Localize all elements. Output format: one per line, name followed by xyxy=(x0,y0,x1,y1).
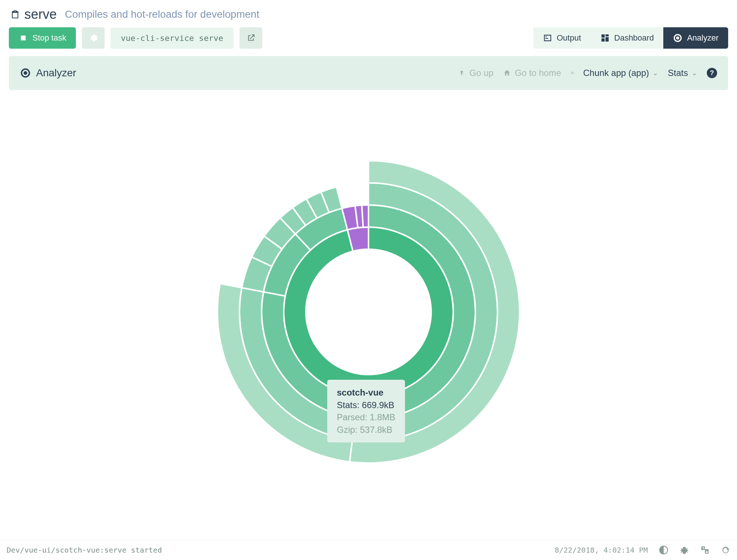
home-icon xyxy=(503,69,511,77)
tooltip-parsed: Parsed: 1.8MB xyxy=(337,411,395,424)
status-bar: Dev/vue-ui/scotch-vue:serve started 8/22… xyxy=(0,540,737,560)
analyzer-nav: Go up Go to home Chunk app (app) ⌄ Stats… xyxy=(458,68,717,78)
svg-rect-0 xyxy=(21,36,26,41)
metric-select[interactable]: Stats ⌄ xyxy=(668,68,697,78)
arrow-up-icon xyxy=(458,69,466,77)
analyzer-subbar: Analyzer Go up Go to home Chunk app (app… xyxy=(9,56,728,90)
chevron-down-icon: ⌄ xyxy=(692,69,697,77)
status-message: Dev/vue-ui/scotch-vue:serve started xyxy=(7,546,162,554)
task-settings-button[interactable] xyxy=(82,27,105,49)
command-text: vue-cli-service serve xyxy=(111,28,234,49)
metric-select-label: Stats xyxy=(668,68,688,78)
chunk-select-label: Chunk app (app) xyxy=(583,68,649,78)
tooltip-stats: Stats: 669.9kB xyxy=(337,399,395,411)
open-external-button[interactable] xyxy=(240,27,262,49)
status-timestamp: 8/22/2018, 4:02:14 PM xyxy=(555,546,648,554)
task-name: serve xyxy=(24,7,57,22)
stop-task-label: Stop task xyxy=(32,33,66,43)
view-tabs: Output Dashboard Analyzer xyxy=(533,27,728,49)
stop-icon xyxy=(18,33,28,43)
analyzer-icon xyxy=(673,33,682,43)
subbar-title: Analyzer xyxy=(36,67,76,79)
chevron-down-icon: ⌄ xyxy=(653,69,658,77)
tab-analyzer[interactable]: Analyzer xyxy=(663,27,728,49)
bug-icon[interactable] xyxy=(680,545,689,555)
task-toolbar: Stop task vue-cli-service serve Output D… xyxy=(0,27,737,56)
go-up-label: Go up xyxy=(469,68,493,78)
contrast-icon[interactable] xyxy=(659,545,668,555)
tab-dashboard-label: Dashboard xyxy=(614,33,654,43)
nav-separator xyxy=(571,72,574,74)
open-external-icon xyxy=(246,33,256,43)
gear-icon xyxy=(88,33,98,43)
tooltip-name: scotch-vue xyxy=(337,386,395,399)
help-button[interactable]: ? xyxy=(707,68,717,78)
stop-task-button[interactable]: Stop task xyxy=(9,27,76,49)
go-home-button[interactable]: Go to home xyxy=(503,68,561,78)
go-home-label: Go to home xyxy=(515,68,561,78)
dashboard-icon xyxy=(600,33,610,43)
tooltip-gzip: Gzip: 537.8kB xyxy=(337,424,395,436)
clipboard-icon xyxy=(10,10,20,19)
go-up-button[interactable]: Go up xyxy=(458,68,493,78)
chunk-select[interactable]: Chunk app (app) ⌄ xyxy=(583,68,659,78)
subbar-title-block: Analyzer xyxy=(20,67,76,79)
refresh-icon[interactable] xyxy=(721,545,730,555)
sunburst-tooltip: scotch-vue Stats: 669.9kB Parsed: 1.8MB … xyxy=(327,380,405,442)
task-description: Compiles and hot-reloads for development xyxy=(65,8,259,20)
analyzer-chart-area: scotch-vue Stats: 669.9kB Parsed: 1.8MB … xyxy=(0,90,737,495)
translate-icon[interactable] xyxy=(700,545,710,555)
tab-dashboard[interactable]: Dashboard xyxy=(591,27,664,49)
terminal-icon xyxy=(543,33,552,43)
tab-output[interactable]: Output xyxy=(533,27,591,49)
task-title-block: serve xyxy=(10,7,57,22)
page-header: serve Compiles and hot-reloads for devel… xyxy=(0,0,737,27)
analyzer-icon xyxy=(20,67,31,79)
tab-output-label: Output xyxy=(557,33,581,43)
tab-analyzer-label: Analyzer xyxy=(687,33,719,43)
